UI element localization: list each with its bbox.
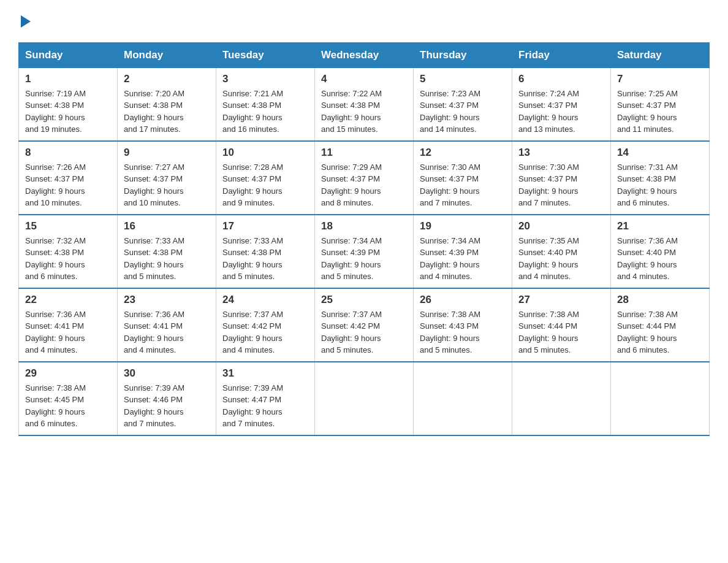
day-info: Sunrise: 7:24 AM Sunset: 4:37 PM Dayligh… [518, 88, 604, 136]
day-info: Sunrise: 7:36 AM Sunset: 4:40 PM Dayligh… [617, 235, 703, 283]
day-info: Sunrise: 7:33 AM Sunset: 4:38 PM Dayligh… [124, 235, 210, 283]
day-cell [611, 362, 710, 435]
week-row-3: 15 Sunrise: 7:32 AM Sunset: 4:38 PM Dayl… [19, 215, 710, 288]
day-info: Sunrise: 7:33 AM Sunset: 4:38 PM Dayligh… [222, 235, 308, 283]
day-cell: 13 Sunrise: 7:30 AM Sunset: 4:37 PM Dayl… [512, 141, 611, 215]
day-info: Sunrise: 7:25 AM Sunset: 4:37 PM Dayligh… [617, 88, 703, 136]
day-number: 14 [617, 147, 703, 159]
day-number: 3 [222, 73, 308, 85]
day-cell: 31 Sunrise: 7:39 AM Sunset: 4:47 PM Dayl… [216, 362, 315, 435]
day-info: Sunrise: 7:37 AM Sunset: 4:42 PM Dayligh… [222, 308, 308, 356]
day-info: Sunrise: 7:19 AM Sunset: 4:38 PM Dayligh… [25, 88, 111, 136]
day-cell: 3 Sunrise: 7:21 AM Sunset: 4:38 PM Dayli… [216, 67, 315, 141]
calendar-body: 1 Sunrise: 7:19 AM Sunset: 4:38 PM Dayli… [19, 67, 710, 435]
day-cell: 18 Sunrise: 7:34 AM Sunset: 4:39 PM Dayl… [315, 215, 414, 288]
day-info: Sunrise: 7:27 AM Sunset: 4:37 PM Dayligh… [124, 161, 210, 209]
calendar-table: SundayMondayTuesdayWednesdayThursdayFrid… [18, 42, 710, 436]
day-cell: 27 Sunrise: 7:38 AM Sunset: 4:44 PM Dayl… [512, 288, 611, 362]
day-number: 4 [321, 73, 407, 85]
day-number: 28 [617, 294, 703, 306]
day-info: Sunrise: 7:28 AM Sunset: 4:37 PM Dayligh… [222, 161, 308, 209]
day-info: Sunrise: 7:38 AM Sunset: 4:43 PM Dayligh… [420, 308, 506, 356]
day-info: Sunrise: 7:35 AM Sunset: 4:40 PM Dayligh… [518, 235, 604, 283]
day-cell: 2 Sunrise: 7:20 AM Sunset: 4:38 PM Dayli… [118, 67, 216, 141]
day-cell: 7 Sunrise: 7:25 AM Sunset: 4:37 PM Dayli… [611, 67, 710, 141]
day-cell: 28 Sunrise: 7:38 AM Sunset: 4:44 PM Dayl… [611, 288, 710, 362]
day-number: 5 [420, 73, 506, 85]
header-cell-wednesday: Wednesday [315, 42, 414, 67]
day-cell: 1 Sunrise: 7:19 AM Sunset: 4:38 PM Dayli… [19, 67, 118, 141]
header-cell-thursday: Thursday [414, 42, 512, 67]
day-cell: 6 Sunrise: 7:24 AM Sunset: 4:37 PM Dayli… [512, 67, 611, 141]
day-number: 18 [321, 220, 407, 232]
day-number: 31 [222, 367, 308, 380]
day-cell: 11 Sunrise: 7:29 AM Sunset: 4:37 PM Dayl… [315, 141, 414, 215]
day-info: Sunrise: 7:30 AM Sunset: 4:37 PM Dayligh… [420, 161, 506, 209]
header-cell-saturday: Saturday [611, 42, 710, 67]
day-info: Sunrise: 7:36 AM Sunset: 4:41 PM Dayligh… [124, 308, 210, 356]
logo-text [18, 12, 31, 30]
day-number: 12 [420, 147, 506, 159]
logo [18, 12, 31, 30]
day-cell: 30 Sunrise: 7:39 AM Sunset: 4:46 PM Dayl… [118, 362, 216, 435]
day-number: 29 [25, 367, 111, 380]
day-number: 21 [617, 220, 703, 232]
day-info: Sunrise: 7:38 AM Sunset: 4:44 PM Dayligh… [518, 308, 604, 356]
day-cell: 15 Sunrise: 7:32 AM Sunset: 4:38 PM Dayl… [19, 215, 118, 288]
day-cell [315, 362, 414, 435]
page-header [18, 12, 710, 30]
day-number: 24 [222, 294, 308, 306]
day-number: 25 [321, 294, 407, 306]
day-info: Sunrise: 7:22 AM Sunset: 4:38 PM Dayligh… [321, 88, 407, 136]
header-cell-tuesday: Tuesday [216, 42, 315, 67]
day-info: Sunrise: 7:38 AM Sunset: 4:45 PM Dayligh… [25, 382, 111, 430]
day-info: Sunrise: 7:37 AM Sunset: 4:42 PM Dayligh… [321, 308, 407, 356]
day-number: 7 [617, 73, 703, 85]
week-row-2: 8 Sunrise: 7:26 AM Sunset: 4:37 PM Dayli… [19, 141, 710, 215]
day-number: 23 [124, 294, 210, 306]
week-row-4: 22 Sunrise: 7:36 AM Sunset: 4:41 PM Dayl… [19, 288, 710, 362]
day-number: 13 [518, 147, 604, 159]
day-number: 2 [124, 73, 210, 85]
day-info: Sunrise: 7:39 AM Sunset: 4:47 PM Dayligh… [222, 382, 308, 430]
logo-triangle-icon [21, 15, 31, 28]
day-info: Sunrise: 7:34 AM Sunset: 4:39 PM Dayligh… [420, 235, 506, 283]
day-number: 8 [25, 147, 111, 159]
day-info: Sunrise: 7:30 AM Sunset: 4:37 PM Dayligh… [518, 161, 604, 209]
day-info: Sunrise: 7:21 AM Sunset: 4:38 PM Dayligh… [222, 88, 308, 136]
day-info: Sunrise: 7:39 AM Sunset: 4:46 PM Dayligh… [124, 382, 210, 430]
day-info: Sunrise: 7:34 AM Sunset: 4:39 PM Dayligh… [321, 235, 407, 283]
day-cell: 21 Sunrise: 7:36 AM Sunset: 4:40 PM Dayl… [611, 215, 710, 288]
calendar-header: SundayMondayTuesdayWednesdayThursdayFrid… [19, 42, 710, 67]
day-cell: 10 Sunrise: 7:28 AM Sunset: 4:37 PM Dayl… [216, 141, 315, 215]
day-number: 30 [124, 367, 210, 380]
day-info: Sunrise: 7:31 AM Sunset: 4:38 PM Dayligh… [617, 161, 703, 209]
day-cell: 14 Sunrise: 7:31 AM Sunset: 4:38 PM Dayl… [611, 141, 710, 215]
day-info: Sunrise: 7:29 AM Sunset: 4:37 PM Dayligh… [321, 161, 407, 209]
day-info: Sunrise: 7:36 AM Sunset: 4:41 PM Dayligh… [25, 308, 111, 356]
day-cell: 26 Sunrise: 7:38 AM Sunset: 4:43 PM Dayl… [414, 288, 512, 362]
day-cell: 23 Sunrise: 7:36 AM Sunset: 4:41 PM Dayl… [118, 288, 216, 362]
day-number: 10 [222, 147, 308, 159]
day-number: 26 [420, 294, 506, 306]
day-cell: 9 Sunrise: 7:27 AM Sunset: 4:37 PM Dayli… [118, 141, 216, 215]
day-number: 17 [222, 220, 308, 232]
day-cell: 16 Sunrise: 7:33 AM Sunset: 4:38 PM Dayl… [118, 215, 216, 288]
day-info: Sunrise: 7:23 AM Sunset: 4:37 PM Dayligh… [420, 88, 506, 136]
day-cell: 22 Sunrise: 7:36 AM Sunset: 4:41 PM Dayl… [19, 288, 118, 362]
day-number: 11 [321, 147, 407, 159]
day-cell [512, 362, 611, 435]
day-info: Sunrise: 7:20 AM Sunset: 4:38 PM Dayligh… [124, 88, 210, 136]
day-number: 9 [124, 147, 210, 159]
day-number: 1 [25, 73, 111, 85]
header-cell-friday: Friday [512, 42, 611, 67]
day-cell: 4 Sunrise: 7:22 AM Sunset: 4:38 PM Dayli… [315, 67, 414, 141]
header-row: SundayMondayTuesdayWednesdayThursdayFrid… [19, 42, 710, 67]
day-cell [414, 362, 512, 435]
week-row-5: 29 Sunrise: 7:38 AM Sunset: 4:45 PM Dayl… [19, 362, 710, 435]
day-number: 22 [25, 294, 111, 306]
day-cell: 12 Sunrise: 7:30 AM Sunset: 4:37 PM Dayl… [414, 141, 512, 215]
day-number: 20 [518, 220, 604, 232]
day-cell: 5 Sunrise: 7:23 AM Sunset: 4:37 PM Dayli… [414, 67, 512, 141]
day-info: Sunrise: 7:26 AM Sunset: 4:37 PM Dayligh… [25, 161, 111, 209]
